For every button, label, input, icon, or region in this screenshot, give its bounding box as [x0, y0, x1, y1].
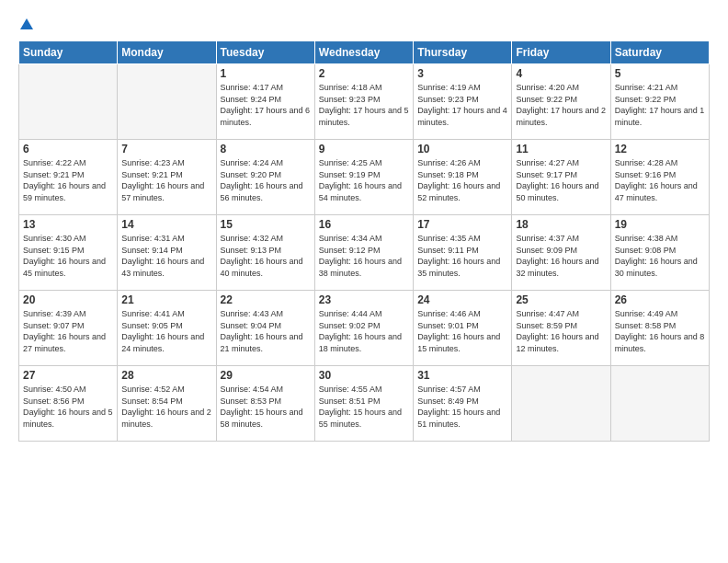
calendar-cell: 24Sunrise: 4:46 AM Sunset: 9:01 PM Dayli…: [414, 291, 512, 366]
week-row-1: 1Sunrise: 4:17 AM Sunset: 9:24 PM Daylig…: [19, 64, 710, 140]
day-number: 3: [417, 67, 507, 80]
calendar-cell: 12Sunrise: 4:28 AM Sunset: 9:16 PM Dayli…: [610, 140, 709, 215]
calendar-cell: 25Sunrise: 4:47 AM Sunset: 8:59 PM Dayli…: [512, 291, 610, 366]
week-row-4: 20Sunrise: 4:39 AM Sunset: 9:07 PM Dayli…: [19, 291, 710, 366]
calendar-cell: 1Sunrise: 4:17 AM Sunset: 9:24 PM Daylig…: [216, 64, 314, 140]
col-header-tuesday: Tuesday: [216, 41, 314, 64]
calendar-cell: 16Sunrise: 4:34 AM Sunset: 9:12 PM Dayli…: [314, 215, 413, 291]
calendar-cell: 15Sunrise: 4:32 AM Sunset: 9:13 PM Dayli…: [216, 215, 314, 291]
calendar-cell: 27Sunrise: 4:50 AM Sunset: 8:56 PM Dayli…: [19, 366, 118, 442]
cell-info: Sunrise: 4:19 AM Sunset: 9:23 PM Dayligh…: [417, 82, 507, 128]
calendar-cell: 11Sunrise: 4:27 AM Sunset: 9:17 PM Dayli…: [512, 140, 610, 215]
day-number: 6: [23, 143, 113, 155]
cell-info: Sunrise: 4:54 AM Sunset: 8:53 PM Dayligh…: [221, 384, 311, 430]
svg-marker-0: [20, 18, 33, 29]
calendar-cell: 22Sunrise: 4:43 AM Sunset: 9:04 PM Dayli…: [216, 291, 314, 366]
calendar-cell: 17Sunrise: 4:35 AM Sunset: 9:11 PM Dayli…: [414, 215, 512, 291]
day-number: 13: [23, 218, 113, 231]
day-number: 11: [516, 143, 606, 155]
calendar-cell: 18Sunrise: 4:37 AM Sunset: 9:09 PM Dayli…: [512, 215, 610, 291]
calendar-cell: [610, 366, 709, 442]
calendar-cell: 3Sunrise: 4:19 AM Sunset: 9:23 PM Daylig…: [414, 64, 512, 140]
header-row: SundayMondayTuesdayWednesdayThursdayFrid…: [19, 41, 710, 64]
day-number: 23: [319, 293, 409, 306]
calendar-cell: 9Sunrise: 4:25 AM Sunset: 9:19 PM Daylig…: [314, 140, 413, 215]
day-number: 18: [516, 218, 606, 231]
day-number: 25: [516, 293, 606, 306]
col-header-sunday: Sunday: [19, 41, 118, 64]
calendar-cell: 30Sunrise: 4:55 AM Sunset: 8:51 PM Dayli…: [314, 366, 413, 442]
week-row-5: 27Sunrise: 4:50 AM Sunset: 8:56 PM Dayli…: [19, 366, 710, 442]
cell-info: Sunrise: 4:17 AM Sunset: 9:24 PM Dayligh…: [221, 82, 311, 128]
day-number: 22: [221, 293, 311, 306]
cell-info: Sunrise: 4:28 AM Sunset: 9:16 PM Dayligh…: [615, 157, 705, 203]
day-number: 20: [23, 293, 113, 306]
calendar-cell: 7Sunrise: 4:23 AM Sunset: 9:21 PM Daylig…: [118, 140, 216, 215]
cell-info: Sunrise: 4:26 AM Sunset: 9:18 PM Dayligh…: [417, 157, 507, 203]
col-header-friday: Friday: [512, 41, 610, 64]
calendar-cell: 29Sunrise: 4:54 AM Sunset: 8:53 PM Dayli…: [216, 366, 314, 442]
day-number: 21: [121, 293, 211, 306]
calendar-cell: 10Sunrise: 4:26 AM Sunset: 9:18 PM Dayli…: [414, 140, 512, 215]
cell-info: Sunrise: 4:25 AM Sunset: 9:19 PM Dayligh…: [319, 157, 409, 203]
cell-info: Sunrise: 4:22 AM Sunset: 9:21 PM Dayligh…: [23, 157, 113, 203]
week-row-2: 6Sunrise: 4:22 AM Sunset: 9:21 PM Daylig…: [19, 140, 710, 215]
day-number: 27: [23, 369, 113, 382]
day-number: 31: [417, 369, 507, 382]
day-number: 17: [417, 218, 507, 231]
calendar-cell: 6Sunrise: 4:22 AM Sunset: 9:21 PM Daylig…: [19, 140, 118, 215]
day-number: 7: [121, 143, 211, 155]
day-number: 8: [221, 143, 311, 155]
calendar-cell: 5Sunrise: 4:21 AM Sunset: 9:22 PM Daylig…: [610, 64, 709, 140]
cell-info: Sunrise: 4:39 AM Sunset: 9:07 PM Dayligh…: [23, 308, 113, 354]
calendar-cell: 13Sunrise: 4:30 AM Sunset: 9:15 PM Dayli…: [19, 215, 118, 291]
cell-info: Sunrise: 4:32 AM Sunset: 9:13 PM Dayligh…: [221, 233, 311, 279]
calendar-cell: 26Sunrise: 4:49 AM Sunset: 8:58 PM Dayli…: [610, 291, 709, 366]
calendar-cell: 21Sunrise: 4:41 AM Sunset: 9:05 PM Dayli…: [118, 291, 216, 366]
day-number: 24: [417, 293, 507, 306]
cell-info: Sunrise: 4:31 AM Sunset: 9:14 PM Dayligh…: [121, 233, 211, 279]
cell-info: Sunrise: 4:24 AM Sunset: 9:20 PM Dayligh…: [221, 157, 311, 203]
cell-info: Sunrise: 4:43 AM Sunset: 9:04 PM Dayligh…: [221, 308, 311, 354]
cell-info: Sunrise: 4:18 AM Sunset: 9:23 PM Dayligh…: [319, 82, 409, 128]
day-number: 15: [221, 218, 311, 231]
day-number: 29: [221, 369, 311, 382]
cell-info: Sunrise: 4:52 AM Sunset: 8:54 PM Dayligh…: [121, 384, 211, 430]
cell-info: Sunrise: 4:34 AM Sunset: 9:12 PM Dayligh…: [319, 233, 409, 279]
calendar-cell: 19Sunrise: 4:38 AM Sunset: 9:08 PM Dayli…: [610, 215, 709, 291]
day-number: 4: [516, 67, 606, 80]
day-number: 30: [319, 369, 409, 382]
cell-info: Sunrise: 4:50 AM Sunset: 8:56 PM Dayligh…: [23, 384, 113, 430]
col-header-thursday: Thursday: [414, 41, 512, 64]
cell-info: Sunrise: 4:49 AM Sunset: 8:58 PM Dayligh…: [615, 308, 705, 354]
calendar-cell: 8Sunrise: 4:24 AM Sunset: 9:20 PM Daylig…: [216, 140, 314, 215]
day-number: 2: [319, 67, 409, 80]
day-number: 9: [319, 143, 409, 155]
logo-icon: [19, 17, 34, 31]
cell-info: Sunrise: 4:57 AM Sunset: 8:49 PM Dayligh…: [417, 384, 507, 430]
cell-info: Sunrise: 4:38 AM Sunset: 9:08 PM Dayligh…: [615, 233, 705, 279]
cell-info: Sunrise: 4:41 AM Sunset: 9:05 PM Dayligh…: [121, 308, 211, 354]
day-number: 28: [121, 369, 211, 382]
day-number: 5: [615, 67, 705, 80]
day-number: 16: [319, 218, 409, 231]
day-number: 12: [615, 143, 705, 155]
cell-info: Sunrise: 4:47 AM Sunset: 8:59 PM Dayligh…: [516, 308, 606, 354]
cell-info: Sunrise: 4:20 AM Sunset: 9:22 PM Dayligh…: [516, 82, 606, 128]
col-header-monday: Monday: [118, 41, 216, 64]
calendar-cell: 23Sunrise: 4:44 AM Sunset: 9:02 PM Dayli…: [314, 291, 413, 366]
calendar-cell: 14Sunrise: 4:31 AM Sunset: 9:14 PM Dayli…: [118, 215, 216, 291]
calendar-cell: [118, 64, 216, 140]
cell-info: Sunrise: 4:23 AM Sunset: 9:21 PM Dayligh…: [121, 157, 211, 203]
calendar-table: SundayMondayTuesdayWednesdayThursdayFrid…: [18, 40, 710, 442]
day-number: 14: [121, 218, 211, 231]
cell-info: Sunrise: 4:21 AM Sunset: 9:22 PM Dayligh…: [615, 82, 705, 128]
cell-info: Sunrise: 4:27 AM Sunset: 9:17 PM Dayligh…: [516, 157, 606, 203]
day-number: 26: [615, 293, 705, 306]
cell-info: Sunrise: 4:55 AM Sunset: 8:51 PM Dayligh…: [319, 384, 409, 430]
cell-info: Sunrise: 4:37 AM Sunset: 9:09 PM Dayligh…: [516, 233, 606, 279]
week-row-3: 13Sunrise: 4:30 AM Sunset: 9:15 PM Dayli…: [19, 215, 710, 291]
calendar-cell: 31Sunrise: 4:57 AM Sunset: 8:49 PM Dayli…: [414, 366, 512, 442]
day-number: 10: [417, 143, 507, 155]
day-number: 19: [615, 218, 705, 231]
